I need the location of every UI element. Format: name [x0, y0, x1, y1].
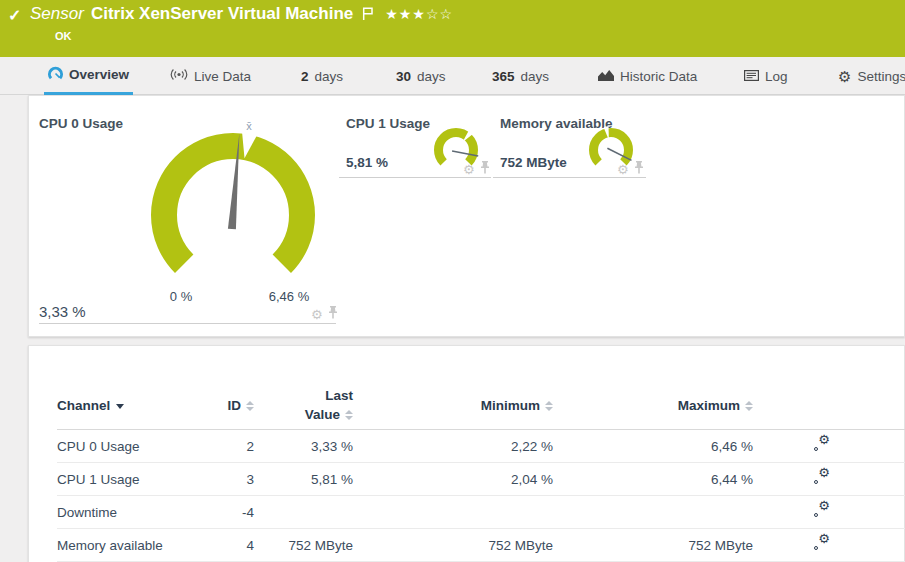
gear-icon[interactable]: ⚙	[617, 163, 629, 176]
cell-id: -4	[207, 505, 254, 520]
cell-last: 752 MByte	[254, 538, 353, 553]
tab-live-data-label: Live Data	[194, 69, 251, 84]
cell-max: 752 MByte	[553, 538, 753, 553]
cpu0-gauge-dial: x̄	[141, 119, 326, 304]
sort-icon	[545, 401, 553, 411]
pin-icon[interactable]	[328, 305, 338, 323]
cell-channel: Downtime	[57, 505, 207, 520]
tab-365-days-number: 365	[492, 69, 515, 84]
gauge-cpu1-title: CPU 1 Usage	[346, 116, 430, 131]
col-header-minimum-label: Minimum	[481, 398, 540, 413]
settings-gear-icon: ⚙	[838, 69, 851, 84]
channel-settings-icon[interactable]: ⚙	[813, 436, 830, 453]
tab-historic-data[interactable]: Historic Data	[598, 57, 697, 95]
col-header-last-label: Last	[254, 387, 353, 405]
cell-channel: CPU 0 Usage	[57, 439, 207, 454]
table-header-row: Channel ID Last Value Minimum Maximum	[57, 382, 905, 430]
cell-min: 2,22 %	[353, 439, 553, 454]
tab-bar: Overview Live Data 2 days 30 days 365 da…	[0, 57, 905, 95]
cpu1-mini-toolbar: ⚙	[463, 160, 490, 178]
page-title: Citrix XenServer Virtual Machine	[91, 4, 353, 24]
tab-30-days-label: days	[417, 69, 446, 84]
priority-stars[interactable]: ★★★☆☆	[385, 6, 453, 22]
cpu0-mini-toolbar: ⚙	[311, 305, 338, 323]
tab-365-days-label: days	[521, 69, 550, 84]
col-header-id-label: ID	[228, 398, 242, 413]
pin-icon[interactable]	[480, 160, 490, 178]
flag-icon[interactable]	[362, 7, 374, 21]
tab-settings[interactable]: ⚙ Settings	[838, 57, 905, 95]
col-header-channel[interactable]: Channel	[57, 398, 207, 413]
table-row: CPU 0 Usage 2 3,33 % 2,22 % 6,46 % ⚙	[57, 430, 905, 463]
gauge-memory-value: 752 MByte	[500, 155, 567, 170]
channel-settings-icon[interactable]: ⚙	[813, 502, 830, 519]
tab-overview[interactable]: Overview	[44, 57, 133, 95]
pin-icon[interactable]	[634, 160, 644, 178]
tab-overview-label: Overview	[69, 67, 129, 82]
cell-last: 3,33 %	[254, 439, 353, 454]
log-list-icon	[744, 69, 759, 84]
tab-log[interactable]: Log	[744, 57, 788, 95]
sort-icon	[246, 401, 254, 411]
channel-settings-icon[interactable]: ⚙	[813, 535, 830, 552]
tab-30-days[interactable]: 30 days	[396, 57, 446, 95]
gauge-min-label: 0 %	[151, 289, 211, 304]
tab-2-days-number: 2	[301, 69, 309, 84]
cell-min: 2,04 %	[353, 472, 553, 487]
average-marker-label: x̄	[246, 120, 252, 132]
gear-icon[interactable]: ⚙	[463, 163, 475, 176]
title-row: Sensor Citrix XenServer Virtual Machine …	[30, 4, 453, 24]
gauges-panel: CPU 0 Usage x̄ 0 % 6,46 % 3,33 % ⚙ CPU 1…	[28, 95, 905, 337]
cell-channel: CPU 1 Usage	[57, 472, 207, 487]
cell-id: 4	[207, 538, 254, 553]
cell-max: 6,46 %	[553, 439, 753, 454]
gauge-cpu0-value: 3,33 %	[39, 303, 86, 320]
object-kind-label: Sensor	[30, 4, 84, 24]
channels-panel: Channel ID Last Value Minimum Maximum CP…	[28, 345, 905, 562]
table-row: Downtime -4 ⚙	[57, 496, 905, 529]
status-badge: OK	[55, 30, 72, 42]
status-check-icon: ✓	[8, 6, 21, 25]
cell-last: 5,81 %	[254, 472, 353, 487]
gauge-icon	[48, 66, 63, 84]
area-chart-icon	[598, 69, 614, 84]
col-header-channel-label: Channel	[57, 398, 110, 413]
table-row: Memory available 4 752 MByte 752 MByte 7…	[57, 529, 905, 562]
sensor-header-bar: ✓ Sensor Citrix XenServer Virtual Machin…	[0, 0, 905, 57]
cell-channel: Memory available	[57, 538, 207, 553]
cell-max: 6,44 %	[553, 472, 753, 487]
gauge-max-label: 6,46 %	[259, 289, 319, 304]
table-row: CPU 1 Usage 3 5,81 % 2,04 % 6,44 % ⚙	[57, 463, 905, 496]
channel-settings-icon[interactable]: ⚙	[813, 469, 830, 486]
col-header-last-value[interactable]: Last Value	[254, 387, 353, 423]
tab-365-days[interactable]: 365 days	[492, 57, 549, 95]
gauge-cpu0-title: CPU 0 Usage	[39, 116, 123, 131]
memory-divider	[493, 177, 646, 178]
tab-30-days-number: 30	[396, 69, 411, 84]
col-header-id[interactable]: ID	[207, 398, 254, 413]
sort-desc-icon	[116, 404, 124, 409]
tab-2-days-label: days	[315, 69, 344, 84]
col-header-maximum-label: Maximum	[678, 398, 740, 413]
memory-mini-toolbar: ⚙	[617, 160, 644, 178]
tab-log-label: Log	[765, 69, 788, 84]
tab-settings-label: Settings	[857, 69, 905, 84]
cpu0-divider	[39, 323, 336, 324]
cell-id: 3	[207, 472, 254, 487]
gear-icon[interactable]: ⚙	[311, 308, 323, 321]
col-header-value-label: Value	[305, 407, 340, 422]
cpu1-divider	[339, 177, 491, 178]
gauge-cpu1-value: 5,81 %	[346, 155, 388, 170]
live-broadcast-icon	[170, 68, 188, 84]
sort-icon	[745, 401, 753, 411]
tab-live-data[interactable]: Live Data	[170, 57, 251, 95]
tab-historic-data-label: Historic Data	[620, 69, 697, 84]
sort-icon	[345, 410, 353, 420]
cell-min: 752 MByte	[353, 538, 553, 553]
col-header-maximum[interactable]: Maximum	[553, 398, 753, 413]
tab-2-days[interactable]: 2 days	[301, 57, 343, 95]
channels-table: Channel ID Last Value Minimum Maximum CP…	[29, 382, 905, 562]
cell-id: 2	[207, 439, 254, 454]
col-header-minimum[interactable]: Minimum	[353, 398, 553, 413]
